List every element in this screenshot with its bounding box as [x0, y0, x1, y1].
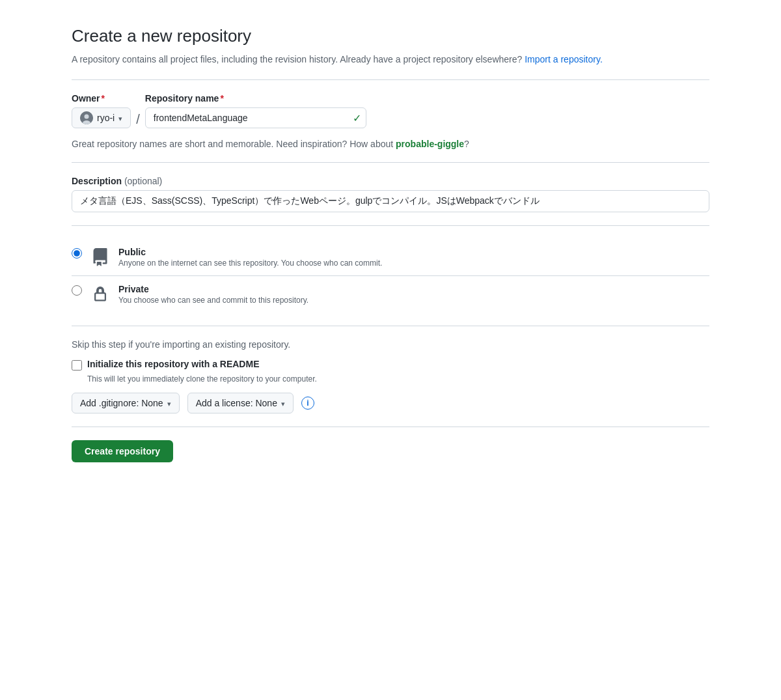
owner-label: Owner* — [72, 93, 131, 104]
public-radio[interactable] — [72, 248, 82, 259]
info-icon[interactable]: i — [301, 397, 314, 410]
lock-icon — [90, 284, 111, 305]
gitignore-dropdown[interactable]: Add .gitignore: None — [72, 393, 180, 413]
inspiration-suggestion[interactable]: probable-giggle — [396, 139, 464, 149]
repo-name-input[interactable] — [145, 107, 366, 128]
dropdowns-row: Add .gitignore: None Add a license: None… — [72, 393, 709, 413]
description-optional: (optional) — [124, 176, 162, 186]
private-title: Private — [118, 284, 308, 294]
import-link[interactable]: Import a repository. — [525, 54, 603, 64]
license-label: Add a license: None — [196, 398, 277, 408]
page-subtitle: A repository contains all project files,… — [72, 53, 709, 66]
init-divider — [72, 326, 709, 326]
repo-name-field-group: Repository name* ✓ — [145, 93, 366, 128]
readme-checkbox-row: Initialize this repository with a README — [72, 359, 709, 371]
repo-name-wrapper: ✓ — [145, 107, 366, 128]
owner-required-star: * — [102, 93, 105, 104]
visibility-section: Public Anyone on the internet can see th… — [72, 239, 709, 313]
init-section: Skip this step if you're importing an ex… — [72, 339, 709, 413]
license-chevron-icon — [281, 398, 285, 408]
description-input[interactable] — [72, 190, 709, 212]
private-option[interactable]: Private You choose who can see and commi… — [72, 275, 709, 313]
svg-point-1 — [85, 115, 89, 119]
repo-name-label: Repository name* — [145, 93, 366, 104]
owner-field-group: Owner* ryo-i — [72, 93, 131, 128]
page-title: Create a new repository — [72, 26, 709, 46]
checkmark-icon: ✓ — [353, 112, 361, 124]
visibility-divider — [72, 225, 709, 226]
private-description: You choose who can see and commit to thi… — [118, 296, 308, 305]
owner-repo-row: Owner* ryo-i / Repository name* — [72, 93, 709, 128]
private-radio[interactable] — [72, 285, 82, 296]
skip-text: Skip this step if you're importing an ex… — [72, 339, 709, 350]
description-field-group: Description (optional) — [72, 176, 709, 212]
public-description: Anyone on the internet can see this repo… — [118, 259, 382, 268]
readme-description: This will let you immediately clone the … — [87, 374, 709, 384]
owner-username: ryo-i — [97, 113, 115, 123]
gitignore-label: Add .gitignore: None — [80, 398, 163, 408]
owner-chevron-icon — [118, 113, 122, 123]
inspiration-text: Great repository names are short and mem… — [72, 139, 709, 149]
license-dropdown[interactable]: Add a license: None — [187, 393, 294, 413]
slash-separator: / — [136, 112, 140, 127]
public-title: Public — [118, 247, 382, 257]
section-divider — [72, 79, 709, 80]
owner-avatar — [80, 111, 93, 124]
gitignore-chevron-icon — [167, 398, 171, 408]
description-label: Description (optional) — [72, 176, 709, 186]
owner-dropdown[interactable]: ryo-i — [72, 107, 131, 128]
private-text-group: Private You choose who can see and commi… — [118, 284, 308, 305]
create-repository-button[interactable]: Create repository — [72, 440, 173, 462]
readme-label[interactable]: Initialize this repository with a README — [87, 359, 259, 369]
description-divider — [72, 162, 709, 163]
public-text-group: Public Anyone on the internet can see th… — [118, 247, 382, 268]
repo-required-star: * — [220, 93, 223, 104]
readme-checkbox[interactable] — [72, 360, 82, 371]
public-option[interactable]: Public Anyone on the internet can see th… — [72, 239, 709, 275]
book-icon — [90, 247, 111, 268]
submit-divider — [72, 427, 709, 427]
